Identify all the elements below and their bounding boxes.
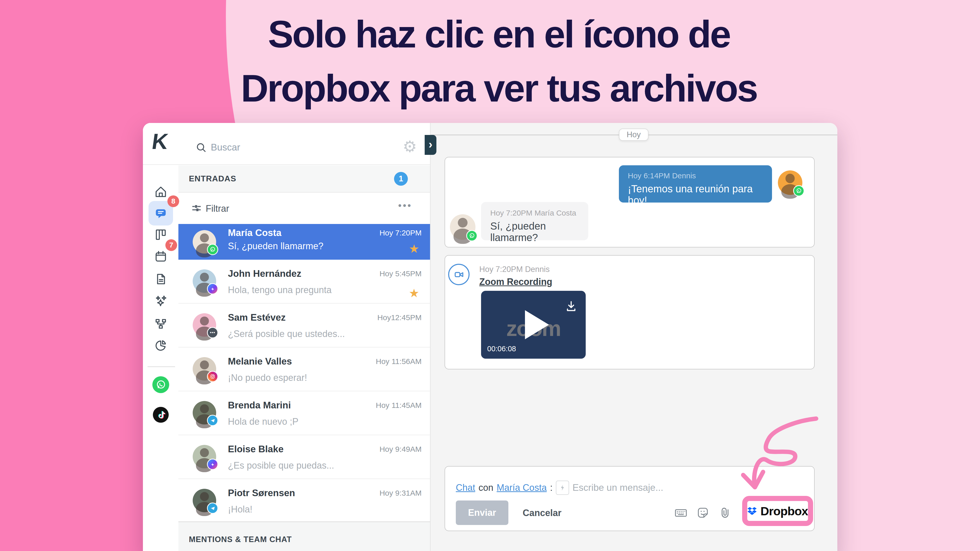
messenger-badge-icon (207, 283, 218, 294)
conversations-icon[interactable] (154, 206, 168, 220)
search-icon[interactable] (196, 142, 207, 154)
video-player[interactable]: zoom 00:06:08 (481, 291, 586, 359)
play-icon[interactable] (525, 310, 549, 339)
contact-name: Eloise Blake (228, 444, 283, 454)
list-item-john[interactable]: John Hernández Hoy 5:45PM Hola, tengo un… (178, 260, 430, 303)
telegram-badge-icon (207, 503, 218, 514)
attachment-paperclip-icon[interactable] (719, 506, 732, 519)
dropbox-icon (747, 505, 757, 517)
inbox-count-badge: 1 (394, 172, 408, 186)
document-icon[interactable] (154, 272, 168, 286)
mentions-label: MENTIONS & TEAM CHAT (189, 535, 292, 544)
telegram-badge-icon (207, 415, 218, 426)
inbox-header: ENTRADAS 1 (178, 165, 430, 192)
home-icon[interactable] (154, 185, 168, 199)
message-bubble-outbound: Hoy 6:14PM Dennis ¡Tenemos una reunión p… (619, 165, 772, 203)
workflow-icon[interactable] (154, 317, 168, 331)
message-preview: ¿Es posible que puedas... (228, 460, 334, 471)
keyboard-icon[interactable] (674, 506, 688, 519)
message-text: Sí, ¿pueden llamarme? (490, 221, 588, 243)
messenger-badge-icon (207, 459, 218, 470)
message-time: Hoy 11:45AM (375, 401, 422, 410)
contact-name: Piotr Sørensen (228, 488, 295, 499)
contact-name: John Hernández (228, 268, 301, 279)
cancel-button[interactable]: Cancelar (523, 508, 562, 518)
shortcut-bolt-icon[interactable] (556, 481, 569, 495)
whatsapp-badge-icon (207, 244, 218, 255)
filter-icon (191, 202, 202, 214)
pie-chart-icon[interactable] (154, 338, 168, 352)
avatar-dennis (778, 170, 802, 195)
message-time: Hoy 5:45PM (380, 269, 422, 278)
avatar (192, 357, 216, 381)
colon-text: : (550, 483, 552, 493)
calendar-icon[interactable] (154, 250, 168, 264)
sticker-smiley-icon[interactable] (696, 506, 710, 519)
send-button[interactable]: Enviar (456, 500, 508, 525)
avatar (192, 230, 216, 254)
video-camera-icon (448, 264, 469, 285)
message-preview: ¡No puedo esperar! (228, 372, 307, 383)
composer-input-row[interactable]: Chat con María Costa : Escribe un mensaj… (456, 481, 663, 495)
list-item-piotr[interactable]: Piotr Sørensen Hoy 9:31AM ¡Hola! (178, 479, 430, 522)
instagram-badge-icon (207, 371, 218, 382)
page: Solo haz clic en el ícono de Dropbox par… (0, 0, 980, 551)
message-preview: ¡Hola! (228, 504, 252, 515)
contact-name: Sam Estévez (228, 312, 286, 323)
chat-badge-icon: ••• (207, 327, 218, 338)
list-item-melanie[interactable]: Melanie Valles Hoy 11:56AM ¡No puedo esp… (178, 348, 430, 391)
hand-drawn-arrow (735, 411, 827, 503)
whatsapp-badge-icon (793, 185, 804, 197)
contact-name: Melanie Valles (228, 356, 292, 367)
page-title-line1: Solo haz clic en el ícono de (18, 7, 980, 61)
gear-icon[interactable]: ⚙ (403, 137, 417, 156)
avatar (192, 445, 216, 468)
message-input[interactable]: Escribe un mensaje... (573, 483, 663, 493)
message-preview: ¿Será posible que ustedes... (228, 329, 345, 339)
chat-channel-link[interactable]: Chat (456, 483, 475, 493)
avatar (192, 489, 216, 512)
whatsapp-badge-icon (466, 230, 477, 241)
whatsapp-channel-icon[interactable] (152, 376, 169, 393)
message-time: Hoy 11:56AM (375, 357, 422, 366)
list-item-eloise[interactable]: Eloise Blake Hoy 9:49AM ¿Es posible que … (178, 435, 430, 479)
page-title: Solo haz clic en el ícono de Dropbox par… (0, 7, 980, 115)
mentions-section[interactable]: MENTIONS & TEAM CHAT (178, 522, 430, 551)
dropbox-label: Dropbox (760, 504, 808, 518)
list-item-sam[interactable]: ••• Sam Estévez Hoy12:45PM ¿Será posible… (178, 303, 430, 348)
message-preview: Sí, ¿pueden llamarme? (228, 241, 323, 251)
inbox-header-label: ENTRADAS (189, 174, 236, 183)
calendar-badge: 7 (165, 239, 177, 251)
message-preview: Hola, tengo una pregunta (228, 285, 331, 295)
search-input[interactable]: Buscar (211, 142, 240, 153)
download-icon[interactable] (564, 300, 578, 313)
avatar: ••• (192, 313, 216, 337)
recording-meta: Hoy 7:20PM Dennis (479, 265, 550, 274)
rail-divider (148, 366, 175, 367)
list-item-maria[interactable]: María Costa Hoy 7:20PM Sí, ¿pueden llama… (178, 224, 430, 260)
recording-link[interactable]: Zoom Recording (479, 276, 552, 287)
message-preview: Hola de nuevo ;P (228, 416, 298, 427)
kanban-icon[interactable] (154, 228, 168, 241)
list-item-brenda[interactable]: Brenda Marini Hoy 11:45AM Hola de nuevo … (178, 391, 430, 435)
message-meta: Hoy 6:14PM Dennis (628, 171, 696, 180)
tiktok-channel-icon[interactable] (153, 407, 169, 423)
filter-label: Filtrar (206, 203, 229, 214)
message-bubble-inbound: Hoy 7:20PM María Costa Sí, ¿pueden llama… (481, 202, 588, 240)
avatar-maria (450, 214, 476, 240)
con-text: con (479, 483, 493, 493)
star-icon[interactable]: ★ (409, 286, 419, 300)
conversations-badge: 8 (167, 195, 179, 207)
app-header (143, 123, 430, 165)
filter-row[interactable]: Filtrar ••• (178, 193, 430, 224)
message-text: ¡Tenemos una reunión para hoy! (628, 183, 772, 206)
collapse-panel-button[interactable]: › (425, 135, 436, 155)
page-title-line2: Dropbox para ver tus archivos (18, 61, 980, 115)
avatar (192, 401, 216, 424)
sparkles-icon[interactable] (154, 295, 168, 308)
message-time: Hoy 9:49AM (380, 445, 422, 454)
avatar (192, 269, 216, 293)
contact-link[interactable]: María Costa (496, 483, 547, 493)
star-icon[interactable]: ★ (409, 242, 419, 256)
more-options-icon[interactable]: ••• (398, 200, 412, 211)
